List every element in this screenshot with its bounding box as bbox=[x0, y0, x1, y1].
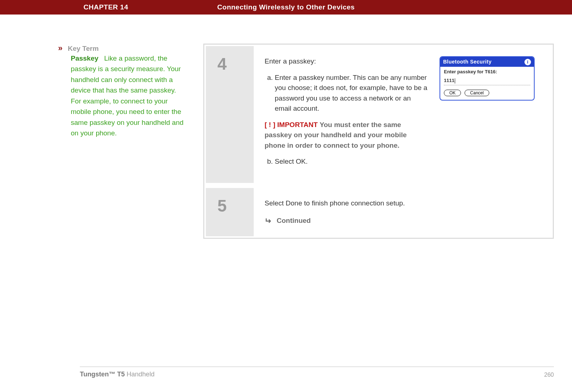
ok-button[interactable]: OK bbox=[444, 90, 461, 96]
product-name-rest: Handheld bbox=[125, 371, 155, 378]
info-icon[interactable]: i bbox=[524, 59, 531, 65]
key-term-heading: Key Term bbox=[68, 45, 99, 52]
step-4-b: Select OK. bbox=[275, 156, 429, 167]
cancel-button[interactable]: Cancel bbox=[465, 90, 489, 96]
step-5-text: Select Done to finish phone connection s… bbox=[265, 198, 541, 209]
step-4: 4 Enter a passkey: Enter a passkey numbe… bbox=[206, 46, 551, 183]
steps-box: 4 Enter a passkey: Enter a passkey numbe… bbox=[203, 44, 554, 239]
chevrons-icon: » bbox=[58, 44, 62, 53]
continued-label: Continued bbox=[277, 217, 311, 224]
step-4-a: Enter a passkey number. This can be any … bbox=[275, 73, 429, 114]
step-number-cell: 4 bbox=[206, 46, 254, 183]
passkey-input[interactable]: 1111 bbox=[444, 77, 530, 85]
page-number: 260 bbox=[544, 372, 554, 378]
product-name-bold: Tungsten™ T5 bbox=[80, 371, 125, 378]
step-4-lead: Enter a passkey: bbox=[265, 56, 429, 67]
step-5-number: 5 bbox=[217, 196, 227, 215]
page-footer: Tungsten™ T5 Handheld 260 bbox=[80, 367, 554, 378]
step-number-cell: 5 bbox=[206, 188, 254, 237]
dialog-prompt: Enter passkey for T616: bbox=[444, 69, 530, 75]
step-4-number: 4 bbox=[217, 54, 227, 73]
passkey-value: 1111 bbox=[444, 77, 454, 84]
text-cursor bbox=[455, 78, 455, 83]
step-5: 5 Select Done to finish phone connection… bbox=[206, 188, 551, 237]
dialog-title: Bluetooth Security bbox=[443, 58, 491, 66]
header-bar: CHAPTER 14 Connecting Wirelessly to Othe… bbox=[0, 0, 572, 15]
key-term-sidebar: » Key Term Passkey Like a password, the … bbox=[58, 44, 196, 139]
important-label: [ ! ] IMPORTANT bbox=[265, 121, 318, 128]
continued-arrow-icon: ↵ bbox=[265, 215, 271, 227]
chapter-label: CHAPTER 14 bbox=[83, 3, 128, 11]
chapter-title: Connecting Wirelessly to Other Devices bbox=[217, 3, 355, 11]
bluetooth-security-dialog: Bluetooth Security i Enter passkey for T… bbox=[440, 56, 535, 101]
key-term-definition: Like a password, the passkey is a securi… bbox=[71, 54, 184, 137]
key-term-name: Passkey bbox=[71, 54, 98, 62]
